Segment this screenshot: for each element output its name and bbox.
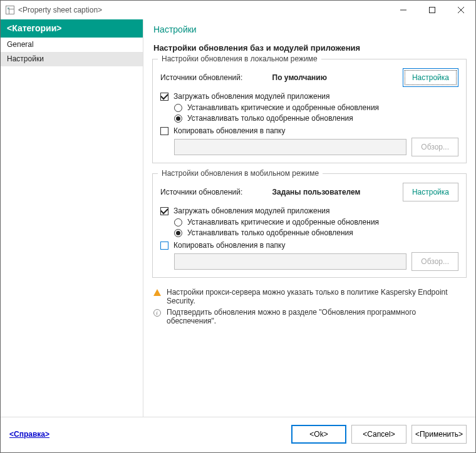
notes-area: Настройки прокси-сервера можно указать т… — [152, 288, 467, 325]
note-info-text: Подтвердить обновления можно в разделе "… — [167, 308, 467, 325]
footer: <Справка> <Ok> <Cancel> <Применить> — [1, 417, 475, 452]
mobile-copy-path-input[interactable] — [174, 253, 406, 270]
sidebar: <Категории> General Настройки — [1, 19, 143, 417]
note-warning-text: Настройки прокси-сервера можно указать т… — [167, 288, 467, 305]
help-link[interactable]: <Справка> — [9, 430, 49, 439]
mobile-download-modules-checkbox[interactable] — [160, 207, 168, 215]
local-radio-approved[interactable] — [174, 115, 182, 123]
mobile-browse-button[interactable]: Обзор... — [411, 252, 458, 271]
property-sheet-window: <Property sheet caption> <Категории> Gen… — [0, 0, 476, 453]
group-legend-mobile: Настройки обновления в мобильном режиме — [158, 169, 323, 178]
titlebar: <Property sheet caption> — [1, 1, 475, 19]
window-caption: <Property sheet caption> — [18, 6, 102, 14]
sidebar-item-label: Настройки — [7, 54, 44, 63]
mobile-radio-approved[interactable] — [174, 229, 182, 237]
body: <Категории> General Настройки Настройки … — [1, 19, 475, 417]
sidebar-item-label: General — [7, 40, 34, 49]
page-title: Настройки — [152, 19, 467, 41]
local-download-modules-checkbox[interactable] — [160, 93, 168, 101]
sidebar-header: <Категории> — [1, 19, 143, 38]
mobile-radio-critical[interactable] — [174, 218, 182, 227]
mobile-copy-folder-checkbox[interactable] — [160, 242, 168, 250]
local-copy-folder-label: Копировать обновления в папку — [173, 126, 286, 135]
local-download-modules-label: Загружать обновления модулей приложения — [173, 92, 329, 101]
groupbox-mobile: Настройки обновления в мобильном режиме … — [152, 173, 467, 278]
mobile-configure-button[interactable]: Настройка — [403, 183, 458, 201]
mobile-copy-folder-label: Копировать обновления в папку — [173, 241, 286, 250]
local-configure-button[interactable]: Настройка — [403, 68, 458, 87]
local-sources-value: По умолчанию — [272, 73, 403, 82]
app-icon — [6, 6, 14, 14]
info-icon: i — [152, 308, 162, 317]
mobile-download-modules-label: Загружать обновления модулей приложения — [173, 206, 329, 215]
minimize-button[interactable] — [389, 1, 418, 19]
mobile-radio-approved-label: Устанавливать только одобренные обновлен… — [187, 228, 353, 237]
local-browse-button[interactable]: Обзор... — [411, 138, 458, 156]
mobile-radio-critical-label: Устанавливать критические и одобренные о… — [187, 218, 379, 227]
group-legend-local: Настройки обновления в локальном режиме — [158, 54, 321, 63]
apply-button[interactable]: <Применить> — [411, 425, 467, 444]
local-copy-folder-checkbox[interactable] — [160, 127, 168, 135]
sidebar-item-general[interactable]: General — [1, 38, 143, 52]
groupbox-local: Настройки обновления в локальном режиме … — [152, 59, 467, 163]
svg-rect-1 — [430, 8, 435, 13]
local-radio-critical-label: Устанавливать критические и одобренные о… — [187, 103, 379, 112]
warning-icon — [152, 288, 162, 297]
local-copy-path-input[interactable] — [174, 139, 406, 155]
close-button[interactable] — [447, 1, 475, 19]
content: Настройки Настройки обновления баз и мод… — [143, 19, 475, 417]
local-sources-label: Источники обновлений: — [160, 73, 272, 82]
mobile-sources-label: Источники обновлений: — [160, 188, 272, 196]
mobile-sources-value: Заданы пользователем — [272, 188, 403, 196]
maximize-button[interactable] — [418, 1, 447, 19]
local-radio-critical[interactable] — [174, 104, 182, 112]
local-radio-approved-label: Устанавливать только одобренные обновлен… — [187, 114, 353, 123]
ok-button[interactable]: <Ok> — [291, 425, 346, 444]
sidebar-item-settings[interactable]: Настройки — [1, 52, 143, 66]
cancel-button[interactable]: <Cancel> — [351, 425, 406, 444]
